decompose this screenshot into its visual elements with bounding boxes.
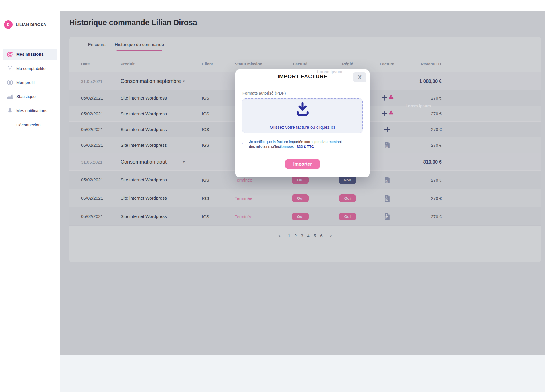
- certify-checkbox[interactable]: [242, 140, 246, 144]
- modal-title: IMPORT FACTURE: [235, 73, 370, 80]
- import-facture-modal: IMPORT FACTURE X Formats autorisé (PDF) …: [235, 69, 370, 177]
- sidebar-item-mon-profil[interactable]: Mon profil: [3, 77, 57, 88]
- clipboard-icon: [6, 63, 14, 74]
- sidebar-item-mes-notifications[interactable]: Mes notifications: [3, 105, 57, 116]
- top-bar: [0, 0, 545, 11]
- file-dropzone[interactable]: Glissez votre facture ou cliquez ici: [242, 98, 363, 133]
- download-icon: [242, 101, 362, 117]
- close-button[interactable]: X: [353, 72, 366, 82]
- formats-label: Formats autorisé (PDF): [242, 91, 286, 95]
- dropzone-text: Glissez votre facture ou cliquez ici: [242, 125, 362, 130]
- user-chip: D LILIAN DIROSA: [4, 19, 46, 30]
- user-name: LILIAN DIROSA: [16, 23, 46, 27]
- sidebar-item-statistique[interactable]: Statistique: [3, 91, 57, 102]
- certify-amount: 322 € TTC: [297, 144, 314, 149]
- ghost-text-artifact: Lorem Ipsum: [317, 69, 342, 74]
- sidebar-item-label: Ma comptabilité: [16, 63, 46, 74]
- chart-icon: [6, 91, 14, 102]
- sidebar-item-label: Mes missions: [16, 49, 44, 60]
- avatar: D: [4, 20, 13, 29]
- certify-line2: des missions sélectionnées :: [249, 144, 297, 149]
- sidebar-item-mes-missions[interactable]: Mes missions: [3, 49, 57, 60]
- sidebar-item-label: Statistique: [16, 91, 36, 102]
- profile-icon: [6, 77, 14, 88]
- bell-icon: [6, 105, 14, 116]
- importer-button[interactable]: Importer: [285, 159, 320, 169]
- modal-backdrop[interactable]: [60, 11, 545, 355]
- sidebar: D LILIAN DIROSA Mes missionsMa comptabil…: [0, 0, 60, 392]
- sidebar-item-label: Mon profil: [16, 77, 35, 88]
- certify-line1: Je certifie que la facture importée corr…: [249, 140, 342, 144]
- sidebar-item-ma-comptabilite[interactable]: Ma comptabilité: [3, 63, 57, 74]
- sidebar-item-label: Mes notifications: [16, 105, 47, 116]
- target-icon: [6, 49, 14, 60]
- certify-text: Je certifie que la facture importée corr…: [249, 139, 352, 149]
- sidebar-item-label: Déconnexion: [16, 119, 41, 131]
- modal-divider: [235, 86, 370, 86]
- sidebar-item-deconnexion[interactable]: Déconnexion: [3, 119, 57, 131]
- ghost-text-artifact-2: Lorem Ipsum: [406, 104, 431, 108]
